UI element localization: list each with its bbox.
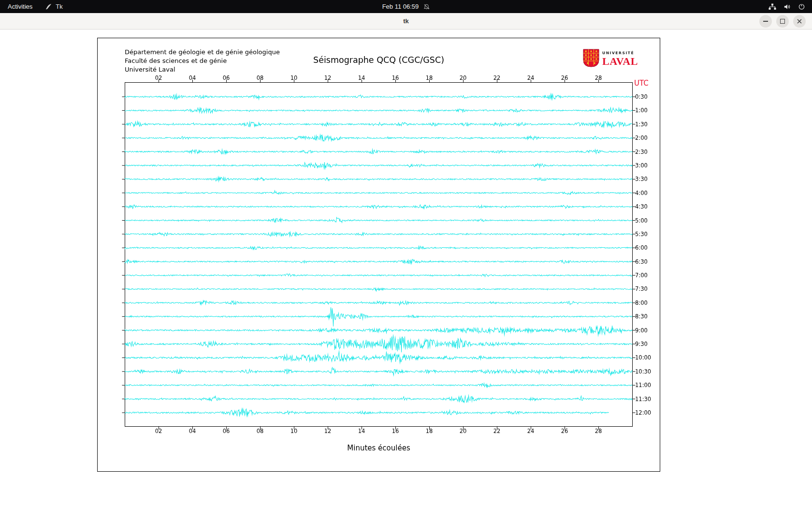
universite-laval-logo: UNIVERSITÉ LAVAL bbox=[583, 49, 638, 69]
clock-button[interactable]: Feb 11 06:59 bbox=[382, 0, 430, 13]
x-tick-label: 22 bbox=[491, 75, 503, 81]
trace-time-label: 4:30 bbox=[635, 203, 648, 210]
desktop: Activities Tk Feb 11 06:59 bbox=[0, 0, 812, 508]
trace-time-label: 6:00 bbox=[635, 244, 648, 251]
x-tick-label: 20 bbox=[457, 428, 469, 434]
x-tick-label: 12 bbox=[321, 428, 334, 434]
trace-time-label: 10:00 bbox=[635, 354, 651, 361]
x-tick-label: 08 bbox=[254, 75, 266, 81]
trace-time-label: 12:00 bbox=[635, 409, 651, 416]
x-tick-label: 06 bbox=[220, 75, 232, 81]
window-titlebar[interactable]: tk bbox=[0, 13, 812, 30]
trace-time-label: 9:00 bbox=[635, 327, 648, 334]
logo-small-text: UNIVERSITÉ bbox=[602, 51, 638, 55]
x-tick-label: 18 bbox=[423, 75, 435, 81]
bell-muted-icon bbox=[423, 3, 430, 10]
trace-time-label: 5:30 bbox=[635, 231, 648, 238]
trace-time-label: 8:00 bbox=[635, 299, 648, 306]
x-tick-label: 16 bbox=[389, 428, 402, 434]
x-tick-label: 28 bbox=[592, 75, 605, 81]
trace-time-label: 8:30 bbox=[635, 313, 648, 320]
utc-label: UTC bbox=[634, 79, 649, 88]
x-tick-label: 26 bbox=[558, 428, 571, 434]
top-bar: Activities Tk Feb 11 06:59 bbox=[0, 0, 812, 13]
x-tick-label: 28 bbox=[592, 428, 605, 434]
seismograph-canvas bbox=[98, 38, 660, 471]
system-status-area[interactable] bbox=[768, 0, 805, 13]
x-tick-label: 24 bbox=[524, 428, 537, 434]
trace-time-label: 10:30 bbox=[635, 368, 651, 375]
maximize-button[interactable] bbox=[776, 15, 789, 28]
trace-time-label: 1:00 bbox=[635, 107, 648, 114]
minimize-icon bbox=[763, 21, 768, 22]
seismograph-panel: Département de géologie et de génie géol… bbox=[97, 38, 660, 472]
minimize-button[interactable] bbox=[759, 15, 772, 28]
focused-app-menu[interactable]: Tk bbox=[45, 3, 62, 10]
restore-icon bbox=[780, 19, 785, 24]
power-icon bbox=[798, 3, 805, 10]
volume-icon bbox=[783, 3, 791, 10]
x-tick-label: 14 bbox=[355, 428, 368, 434]
x-tick-label: 02 bbox=[152, 428, 165, 434]
trace-time-label: 6:30 bbox=[635, 258, 648, 265]
laval-shield-icon bbox=[583, 49, 599, 69]
trace-time-label: 9:30 bbox=[635, 341, 648, 347]
x-tick-label: 04 bbox=[186, 75, 199, 81]
trace-time-label: 3:00 bbox=[635, 162, 648, 169]
x-tick-label: 22 bbox=[491, 428, 503, 434]
x-tick-label: 10 bbox=[288, 428, 300, 434]
trace-time-label: 0:30 bbox=[635, 93, 648, 100]
x-tick-label: 02 bbox=[152, 75, 165, 81]
close-icon bbox=[797, 19, 802, 24]
x-tick-label: 10 bbox=[288, 75, 300, 81]
x-tick-label: 16 bbox=[389, 75, 402, 81]
trace-time-label: 2:00 bbox=[635, 134, 648, 141]
page-title: Séismographe QCQ (CGC/GSC) bbox=[98, 55, 660, 65]
x-axis-title: Minutes écoulées bbox=[98, 444, 660, 452]
x-tick-label: 24 bbox=[524, 75, 537, 81]
network-icon bbox=[768, 3, 776, 10]
trace-time-label: 11:30 bbox=[635, 396, 651, 403]
focused-app-label: Tk bbox=[56, 3, 62, 10]
window-title: tk bbox=[0, 13, 812, 29]
tk-app-icon bbox=[45, 3, 52, 10]
trace-time-label: 2:30 bbox=[635, 149, 648, 155]
x-tick-label: 20 bbox=[457, 75, 469, 81]
trace-time-label: 3:30 bbox=[635, 176, 648, 182]
clock-label: Feb 11 06:59 bbox=[382, 3, 419, 10]
activities-button[interactable]: Activities bbox=[8, 3, 32, 10]
header-line-3: Université Laval bbox=[125, 65, 280, 74]
window-content: Département de géologie et de génie géol… bbox=[0, 30, 812, 508]
trace-time-label: 11:00 bbox=[635, 382, 651, 388]
trace-time-label: 4:00 bbox=[635, 190, 648, 196]
x-tick-label: 18 bbox=[423, 428, 435, 434]
x-tick-label: 12 bbox=[321, 75, 334, 81]
trace-time-label: 5:00 bbox=[635, 217, 648, 224]
x-tick-label: 06 bbox=[220, 428, 232, 434]
x-tick-label: 08 bbox=[254, 428, 266, 434]
close-button[interactable] bbox=[793, 15, 806, 28]
x-tick-label: 04 bbox=[186, 428, 199, 434]
logo-big-text: LAVAL bbox=[602, 56, 638, 67]
x-tick-label: 26 bbox=[558, 75, 571, 81]
trace-time-label: 7:00 bbox=[635, 272, 648, 279]
trace-time-label: 1:30 bbox=[635, 121, 648, 128]
trace-time-label: 7:30 bbox=[635, 285, 648, 292]
x-tick-label: 14 bbox=[355, 75, 368, 81]
